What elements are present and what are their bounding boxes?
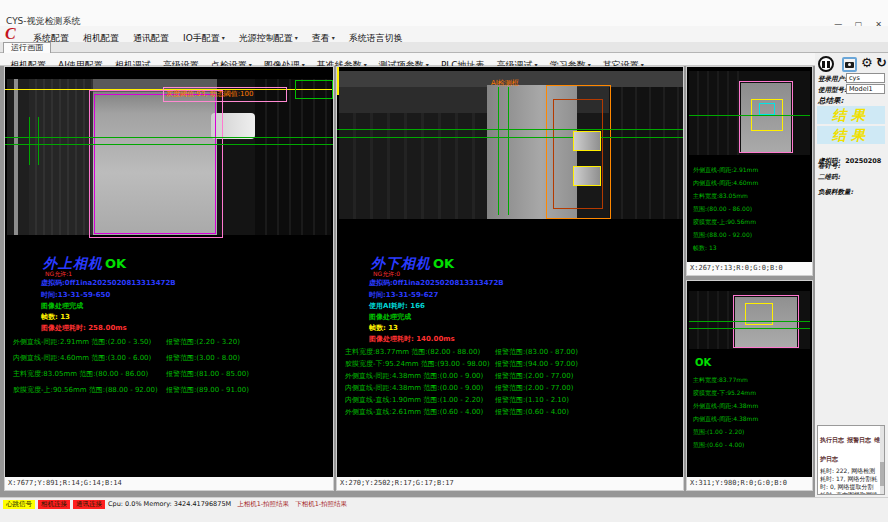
machine-image-fragment	[7, 79, 29, 235]
upper-camera-result-text: 上相机1-拍照结果	[237, 500, 289, 509]
result-display-2: 结果	[817, 126, 885, 144]
overlay-line-green	[29, 117, 30, 165]
pixel-readout: X:267;Y:13;R:0;G:0;B:0	[687, 262, 812, 275]
model-input[interactable]: Model1	[846, 84, 885, 94]
camera-name: 外下相机	[371, 255, 431, 271]
measurement-value-text: 主料宽度:83.05mm 范围:(80.00 - 86.00)	[13, 369, 166, 379]
cpu-memory-text: Cpu: 0.0% Memory: 3424.41796875M	[108, 500, 231, 509]
log-tab-执行日志[interactable]: 执行日志	[820, 436, 844, 443]
menubar: C 系统配置相机配置通讯配置IO手配置▾光源控制配置▾查看▾系统语言切换	[0, 26, 888, 42]
time-text: 时间:13-31-59-627	[369, 290, 438, 300]
ai-time-text: 使用AI耗时: 166	[369, 301, 425, 311]
process-time-text: 图像处理耗时: 140.00ms	[369, 334, 455, 344]
alarm-range-text: 报警范围:(1.10 - 2.10)	[495, 396, 569, 404]
camera-image[interactable]	[689, 71, 810, 155]
alarm-range-text: 报警范围:(89.00 - 91.00)	[166, 386, 249, 394]
measurement-row: 内侧直线-间距:4.38mm 范围:(0.00 - 9.00)报警范围:(2.0…	[345, 383, 573, 393]
model-label: 使用型号:	[818, 86, 847, 95]
dropdown-arrow-icon: ▾	[332, 34, 335, 41]
overlay-text-block: 主料宽度:83.77mm胶膜宽度-下:95.24mm外侧直线-间距:4.38mm…	[693, 373, 758, 451]
titlebar: CYS-视觉检测系统 — ▢ ✕	[0, 0, 888, 26]
pause-icon	[827, 61, 830, 68]
alarm-range-text: 报警范围:(3.00 - 8.00)	[166, 354, 240, 362]
measurement-row: 主料宽度:83.77mm 范围:(82.00 - 88.00)报警范围:(83.…	[345, 347, 578, 357]
measurement-value-text: 内侧直线-直线:1.90mm 范围:(1.00 - 2.20)	[345, 395, 495, 405]
measurement-value-text: 胶膜宽度-下:95.24mm 范围:(93.00 - 98.00)	[345, 359, 495, 369]
overlay-text-line: 内侧直线-间距:4.38mm	[693, 412, 758, 425]
heartbeat-badge: 心跳信号	[3, 500, 35, 509]
code-value: 20250208	[845, 157, 881, 165]
log-tabs: 执行日志报警日志维护日志	[818, 426, 884, 466]
overlay-line-green	[689, 328, 810, 329]
alarm-range-text: 报警范围:(2.00 - 77.00)	[495, 384, 573, 392]
camera-view-thumb-bottom[interactable]: OK 主料宽度:83.77mm胶膜宽度-下:95.24mm外侧直线-间距:4.3…	[686, 280, 813, 491]
measurement-list: 外侧直线-间距:2.91mm 范围:(2.00 - 3.50)报警范围:(2.2…	[13, 337, 331, 417]
measurement-value-text: 外侧直线-直线:2.61mm 范围:(0.60 - 4.00)	[345, 407, 495, 417]
overlay-rect-green	[295, 80, 333, 99]
ng-note: NG允许:1	[45, 270, 72, 278]
overlay-rect-red	[553, 99, 603, 209]
app-logo-icon: C	[5, 25, 16, 43]
frame-count-text: 帧数: 13	[41, 312, 70, 322]
overlay-text-line: 帧数: 13	[693, 241, 758, 254]
camera-icon	[845, 62, 854, 68]
overlay-text-line: 范围:(80.00 - 86.00)	[693, 202, 758, 215]
threshold-overlay-box: 灰度阈值:93, 动态阈值:100	[163, 87, 287, 102]
overlay-text-line: 外侧直线-间距:4.38mm	[693, 399, 758, 412]
overlay-line-green	[508, 87, 509, 215]
barcode-text: 虚拟码:0ff1ina2025020813313472B	[369, 278, 504, 288]
login-user-label: 登录用户:	[818, 75, 847, 84]
alarm-range-text: 报警范围:(2.00 - 77.00)	[495, 372, 573, 380]
measurement-value-text: 内侧直线-间距:4.60mm 范围:(3.00 - 6.00)	[13, 353, 166, 363]
log-box[interactable]: 执行日志报警日志维护日志 耗时: 222, 网络检测耗时: 17, 网络分割耗时…	[817, 425, 885, 495]
camera-view-thumb-top[interactable]: 外侧直线-间距:2.91mm内侧直线-间距:4.60mm主料宽度:83.05mm…	[686, 66, 813, 276]
login-user-input[interactable]: cys	[846, 73, 885, 83]
camera-image[interactable]	[689, 291, 810, 349]
alarm-range-text: 报警范围:(94.00 - 97.00)	[495, 360, 578, 368]
tab-row: 运行画面	[0, 42, 888, 53]
log-tab-报警日志[interactable]: 报警日志	[847, 436, 871, 443]
refresh-icon: ↻	[876, 55, 887, 70]
overlay-text-line: 内侧直线-间距:4.60mm	[693, 176, 758, 189]
statusbar: 心跳信号 相机连接 通讯连接 Cpu: 0.0% Memory: 3424.41…	[0, 497, 888, 522]
overlay-rect-cyan	[759, 103, 775, 115]
result-ok: OK	[433, 256, 454, 271]
result-ok: OK	[105, 256, 126, 271]
alarm-range-text: 报警范围:(2.20 - 3.20)	[166, 338, 240, 346]
overlay-feature-box	[573, 131, 601, 151]
overlay-line-green	[5, 144, 333, 145]
refresh-button[interactable]: ↻	[876, 55, 887, 70]
threshold-overlay-text: 灰度阈值:93, 动态阈值:100	[166, 89, 253, 99]
overlay-line-green	[498, 87, 499, 215]
log-scrollbar-thumb[interactable]	[880, 462, 884, 486]
tab-run-screen[interactable]: 运行画面	[3, 42, 51, 53]
overlay-line-green	[337, 129, 683, 130]
camera-view-outer-upper[interactable]: 灰度阈值:93, 动态阈值:100 外上相机OK NG允许:1 虚拟码:0ff1…	[4, 66, 334, 491]
overlay-text-block: 外侧直线-间距:2.91mm内侧直线-间距:4.60mm主料宽度:83.05mm…	[693, 163, 758, 254]
comm-link-badge: 通讯连接	[73, 500, 105, 509]
measurement-row: 外侧直线-间距:4.38mm 范围:(0.00 - 9.00)报警范围:(2.0…	[345, 371, 573, 381]
gear-icon: ⚙	[861, 55, 873, 70]
qr-label: 二维码:	[818, 173, 840, 182]
machine-image-fragment	[14, 79, 18, 235]
camera-button[interactable]	[842, 57, 857, 72]
overlay-text-line: 范围:(1.00 - 2.20)	[693, 425, 758, 438]
gear-button[interactable]: ⚙	[861, 55, 873, 70]
overlay-text-line: 胶膜宽度-上:90.56mm	[693, 215, 758, 228]
measurement-value-text: 外侧直线-间距:4.38mm 范围:(0.00 - 9.00)	[345, 371, 495, 381]
measurement-value-text: 胶膜宽度-上:90.56mm 范围:(88.00 - 92.00)	[13, 385, 166, 395]
measurement-value-text: 主料宽度:83.77mm 范围:(82.00 - 88.00)	[345, 347, 495, 357]
result-display-1: 结果	[817, 106, 885, 124]
camera-view-outer-lower[interactable]: AI检测框 外下相机OK NG允许:0 虚拟码:0ff1ina202502081…	[336, 66, 684, 491]
log-scrollbar[interactable]	[880, 426, 884, 494]
barcode-text: 虚拟码:0ff1ina2025020813313472B	[41, 278, 176, 288]
alarm-range-text: 报警范围:(81.00 - 85.00)	[166, 370, 249, 378]
overlay-line-green	[5, 137, 333, 138]
ai-box-label: AI检测框	[491, 78, 519, 88]
alarm-range-text: 报警范围:(0.60 - 4.00)	[495, 408, 569, 416]
camera-image[interactable]	[339, 71, 683, 219]
pause-button[interactable]	[818, 56, 834, 72]
pixel-readout: X:270;Y:2502;R:17;G:17;B:17	[337, 477, 683, 490]
overlay-line-green	[689, 115, 810, 116]
status-done-text: 图像处理完成	[41, 301, 83, 311]
